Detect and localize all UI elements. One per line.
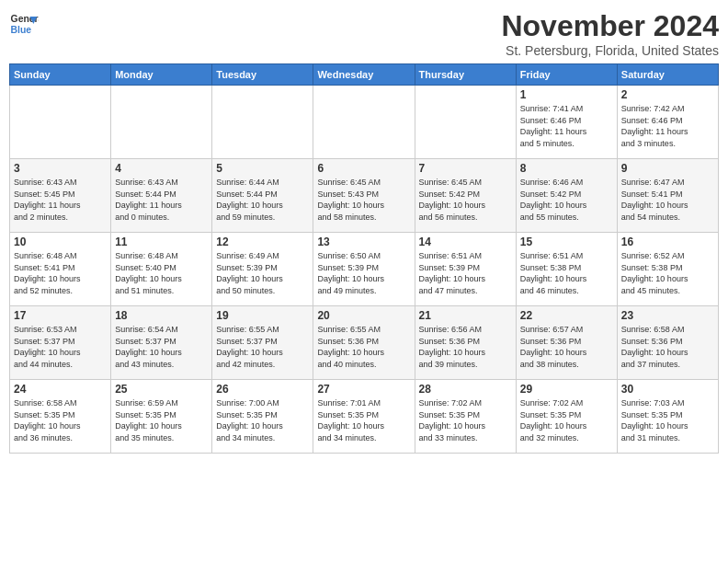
day-info: Sunrise: 7:02 AM Sunset: 5:35 PM Dayligh… <box>419 397 512 443</box>
day-number: 20 <box>317 309 410 322</box>
calendar-cell: 14Sunrise: 6:51 AM Sunset: 5:39 PM Dayli… <box>415 233 516 306</box>
day-number: 29 <box>520 383 613 396</box>
day-info: Sunrise: 6:48 AM Sunset: 5:41 PM Dayligh… <box>14 250 107 296</box>
logo-icon: General Blue <box>9 9 39 39</box>
calendar-cell: 16Sunrise: 6:52 AM Sunset: 5:38 PM Dayli… <box>617 233 718 306</box>
calendar-header-tuesday: Tuesday <box>212 64 313 86</box>
day-number: 8 <box>520 162 613 175</box>
location: St. Petersburg, Florida, United States <box>501 43 719 58</box>
month-title: November 2024 <box>501 9 719 43</box>
day-info: Sunrise: 6:45 AM Sunset: 5:43 PM Dayligh… <box>317 177 410 223</box>
calendar-cell: 6Sunrise: 6:45 AM Sunset: 5:43 PM Daylig… <box>313 159 415 233</box>
calendar-cell: 7Sunrise: 6:45 AM Sunset: 5:42 PM Daylig… <box>415 159 516 233</box>
calendar-week-row: 3Sunrise: 6:43 AM Sunset: 5:45 PM Daylig… <box>10 159 719 233</box>
day-number: 9 <box>621 162 714 175</box>
day-number: 17 <box>14 309 107 322</box>
day-info: Sunrise: 7:00 AM Sunset: 5:35 PM Dayligh… <box>216 397 309 443</box>
calendar-cell: 4Sunrise: 6:43 AM Sunset: 5:44 PM Daylig… <box>111 159 212 233</box>
day-info: Sunrise: 6:56 AM Sunset: 5:36 PM Dayligh… <box>419 324 512 370</box>
calendar-cell: 17Sunrise: 6:53 AM Sunset: 5:37 PM Dayli… <box>10 306 111 380</box>
calendar-cell: 2Sunrise: 7:42 AM Sunset: 6:46 PM Daylig… <box>617 86 718 159</box>
calendar-header-row: SundayMondayTuesdayWednesdayThursdayFrid… <box>10 64 719 86</box>
day-number: 14 <box>419 236 512 248</box>
calendar-cell: 13Sunrise: 6:50 AM Sunset: 5:39 PM Dayli… <box>313 233 415 306</box>
day-info: Sunrise: 6:44 AM Sunset: 5:44 PM Dayligh… <box>216 177 309 223</box>
calendar-cell: 18Sunrise: 6:54 AM Sunset: 5:37 PM Dayli… <box>111 306 212 380</box>
calendar-cell: 19Sunrise: 6:55 AM Sunset: 5:37 PM Dayli… <box>212 306 313 380</box>
day-number: 4 <box>115 162 208 175</box>
day-info: Sunrise: 6:55 AM Sunset: 5:37 PM Dayligh… <box>216 324 309 370</box>
day-number: 10 <box>14 236 107 248</box>
calendar-cell: 27Sunrise: 7:01 AM Sunset: 5:35 PM Dayli… <box>313 380 415 454</box>
day-number: 3 <box>14 162 107 175</box>
calendar-cell: 10Sunrise: 6:48 AM Sunset: 5:41 PM Dayli… <box>10 233 111 306</box>
calendar-header-wednesday: Wednesday <box>313 64 415 86</box>
calendar-header-thursday: Thursday <box>415 64 516 86</box>
day-info: Sunrise: 6:58 AM Sunset: 5:36 PM Dayligh… <box>621 324 714 370</box>
day-info: Sunrise: 6:57 AM Sunset: 5:36 PM Dayligh… <box>520 324 613 370</box>
day-number: 26 <box>216 383 309 396</box>
day-number: 7 <box>419 162 512 175</box>
day-info: Sunrise: 7:42 AM Sunset: 6:46 PM Dayligh… <box>621 103 714 149</box>
calendar-body: 1Sunrise: 7:41 AM Sunset: 6:46 PM Daylig… <box>10 86 719 454</box>
day-number: 24 <box>14 383 107 396</box>
calendar-cell: 9Sunrise: 6:47 AM Sunset: 5:41 PM Daylig… <box>617 159 718 233</box>
day-info: Sunrise: 6:45 AM Sunset: 5:42 PM Dayligh… <box>419 177 512 223</box>
header: General Blue November 2024 St. Petersbur… <box>9 9 719 58</box>
day-info: Sunrise: 6:51 AM Sunset: 5:38 PM Dayligh… <box>520 250 613 296</box>
day-number: 22 <box>520 309 613 322</box>
day-number: 27 <box>317 383 410 396</box>
day-number: 18 <box>115 309 208 322</box>
logo: General Blue <box>9 9 39 39</box>
day-number: 5 <box>216 162 309 175</box>
day-number: 16 <box>621 236 714 248</box>
calendar-cell: 21Sunrise: 6:56 AM Sunset: 5:36 PM Dayli… <box>415 306 516 380</box>
calendar-cell: 22Sunrise: 6:57 AM Sunset: 5:36 PM Dayli… <box>516 306 617 380</box>
day-number: 1 <box>520 88 613 101</box>
svg-text:Blue: Blue <box>11 25 32 35</box>
day-number: 13 <box>317 236 410 248</box>
calendar-cell: 30Sunrise: 7:03 AM Sunset: 5:35 PM Dayli… <box>617 380 718 454</box>
day-info: Sunrise: 6:49 AM Sunset: 5:39 PM Dayligh… <box>216 250 309 296</box>
day-info: Sunrise: 6:58 AM Sunset: 5:35 PM Dayligh… <box>14 397 107 443</box>
day-number: 28 <box>419 383 512 396</box>
calendar-cell <box>10 86 111 159</box>
calendar-cell <box>111 86 212 159</box>
calendar-table: SundayMondayTuesdayWednesdayThursdayFrid… <box>9 63 719 454</box>
day-info: Sunrise: 6:59 AM Sunset: 5:35 PM Dayligh… <box>115 397 208 443</box>
calendar-cell: 28Sunrise: 7:02 AM Sunset: 5:35 PM Dayli… <box>415 380 516 454</box>
calendar-week-row: 24Sunrise: 6:58 AM Sunset: 5:35 PM Dayli… <box>10 380 719 454</box>
calendar-header-friday: Friday <box>516 64 617 86</box>
day-info: Sunrise: 6:55 AM Sunset: 5:36 PM Dayligh… <box>317 324 410 370</box>
day-number: 30 <box>621 383 714 396</box>
calendar-cell: 1Sunrise: 7:41 AM Sunset: 6:46 PM Daylig… <box>516 86 617 159</box>
day-info: Sunrise: 6:54 AM Sunset: 5:37 PM Dayligh… <box>115 324 208 370</box>
day-info: Sunrise: 7:01 AM Sunset: 5:35 PM Dayligh… <box>317 397 410 443</box>
calendar-cell <box>415 86 516 159</box>
day-info: Sunrise: 6:51 AM Sunset: 5:39 PM Dayligh… <box>419 250 512 296</box>
day-info: Sunrise: 6:43 AM Sunset: 5:45 PM Dayligh… <box>14 177 107 223</box>
day-number: 23 <box>621 309 714 322</box>
calendar-cell: 5Sunrise: 6:44 AM Sunset: 5:44 PM Daylig… <box>212 159 313 233</box>
calendar-header-sunday: Sunday <box>10 64 111 86</box>
calendar-cell: 12Sunrise: 6:49 AM Sunset: 5:39 PM Dayli… <box>212 233 313 306</box>
calendar-week-row: 17Sunrise: 6:53 AM Sunset: 5:37 PM Dayli… <box>10 306 719 380</box>
calendar-header-saturday: Saturday <box>617 64 718 86</box>
day-info: Sunrise: 6:50 AM Sunset: 5:39 PM Dayligh… <box>317 250 410 296</box>
calendar-cell: 20Sunrise: 6:55 AM Sunset: 5:36 PM Dayli… <box>313 306 415 380</box>
day-number: 2 <box>621 88 714 101</box>
day-info: Sunrise: 6:52 AM Sunset: 5:38 PM Dayligh… <box>621 250 714 296</box>
calendar-header-monday: Monday <box>111 64 212 86</box>
calendar-cell: 29Sunrise: 7:02 AM Sunset: 5:35 PM Dayli… <box>516 380 617 454</box>
calendar-cell: 23Sunrise: 6:58 AM Sunset: 5:36 PM Dayli… <box>617 306 718 380</box>
day-info: Sunrise: 6:46 AM Sunset: 5:42 PM Dayligh… <box>520 177 613 223</box>
calendar-cell: 15Sunrise: 6:51 AM Sunset: 5:38 PM Dayli… <box>516 233 617 306</box>
calendar-cell: 8Sunrise: 6:46 AM Sunset: 5:42 PM Daylig… <box>516 159 617 233</box>
day-info: Sunrise: 6:53 AM Sunset: 5:37 PM Dayligh… <box>14 324 107 370</box>
calendar-week-row: 10Sunrise: 6:48 AM Sunset: 5:41 PM Dayli… <box>10 233 719 306</box>
calendar-cell <box>313 86 415 159</box>
calendar-cell: 25Sunrise: 6:59 AM Sunset: 5:35 PM Dayli… <box>111 380 212 454</box>
day-number: 11 <box>115 236 208 248</box>
day-number: 6 <box>317 162 410 175</box>
calendar-week-row: 1Sunrise: 7:41 AM Sunset: 6:46 PM Daylig… <box>10 86 719 159</box>
